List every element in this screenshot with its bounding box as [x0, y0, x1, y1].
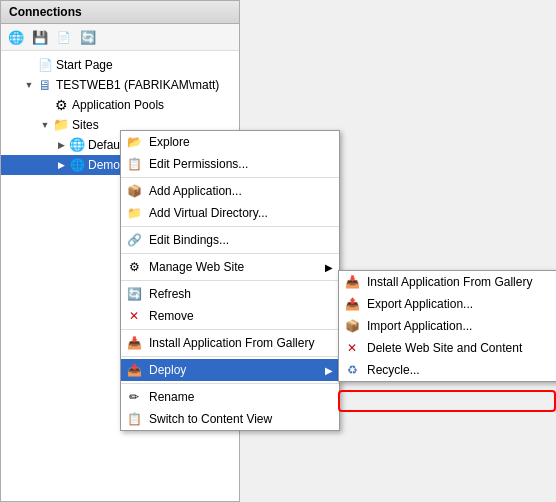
- add-application-label: Add Application...: [149, 184, 242, 198]
- start-page-icon: 📄: [37, 57, 53, 73]
- menu-item-refresh[interactable]: 🔄 Refresh: [121, 283, 339, 305]
- separator-3: [121, 253, 339, 254]
- connections-header: Connections: [1, 1, 239, 24]
- server-expand-icon: ▼: [21, 77, 37, 93]
- menu-item-explore[interactable]: 📂 Explore: [121, 131, 339, 153]
- connections-title: Connections: [9, 5, 82, 19]
- connections-toolbar: 🌐 💾 📄 🔄: [1, 24, 239, 51]
- sub-install-gallery-icon: 📥: [343, 273, 361, 291]
- menu-item-manage-web-site[interactable]: ⚙ Manage Web Site ▶: [121, 256, 339, 278]
- edit-bindings-label: Edit Bindings...: [149, 233, 229, 247]
- deploy-submenu: 📥 Install Application From Gallery 📤 Exp…: [338, 270, 556, 382]
- manage-icon: ⚙: [125, 258, 143, 276]
- submenu-item-install-gallery[interactable]: 📥 Install Application From Gallery: [339, 271, 556, 293]
- manage-web-site-label: Manage Web Site: [149, 260, 244, 274]
- separator-2: [121, 226, 339, 227]
- submenu-item-delete-website[interactable]: ✕ Delete Web Site and Content: [339, 337, 556, 359]
- app-pools-icon: ⚙: [53, 97, 69, 113]
- menu-item-edit-permissions[interactable]: 📋 Edit Permissions...: [121, 153, 339, 175]
- context-menu: 📂 Explore 📋 Edit Permissions... 📦 Add Ap…: [120, 130, 340, 431]
- import-app-label: Import Application...: [367, 319, 472, 333]
- import-app-highlight: [338, 390, 556, 412]
- menu-item-install-gallery[interactable]: 📥 Install Application From Gallery: [121, 332, 339, 354]
- import-app-icon: 📦: [343, 317, 361, 335]
- switch-content-icon: 📋: [125, 410, 143, 428]
- server-label: TESTWEB1 (FABRIKAM\matt): [56, 76, 219, 94]
- sites-icon: 📁: [53, 117, 69, 133]
- sub-install-gallery-label: Install Application From Gallery: [367, 275, 532, 289]
- recycle-icon: ♻: [343, 361, 361, 379]
- refresh-label: Refresh: [149, 287, 191, 301]
- default-site-expand-icon: ▶: [53, 137, 69, 153]
- tree-item-server[interactable]: ▼ 🖥 TESTWEB1 (FABRIKAM\matt): [1, 75, 239, 95]
- rename-icon: ✏: [125, 388, 143, 406]
- demo-site-expand-icon: ▶: [53, 157, 69, 173]
- toolbar-nav-button[interactable]: 📄: [53, 26, 75, 48]
- separator-1: [121, 177, 339, 178]
- refresh-icon: 🔄: [125, 285, 143, 303]
- deploy-arrow-icon: ▶: [325, 365, 333, 376]
- app-pools-expand-icon: [37, 97, 53, 113]
- menu-item-remove[interactable]: ✕ Remove: [121, 305, 339, 327]
- submenu-item-import-app[interactable]: 📦 Import Application...: [339, 315, 556, 337]
- app-pools-label: Application Pools: [72, 96, 164, 114]
- install-gallery-label: Install Application From Gallery: [149, 336, 314, 350]
- manage-arrow-icon: ▶: [325, 262, 333, 273]
- tree-item-app-pools[interactable]: ⚙ Application Pools: [1, 95, 239, 115]
- separator-7: [121, 383, 339, 384]
- submenu-item-recycle[interactable]: ♻ Recycle...: [339, 359, 556, 381]
- edit-bindings-icon: 🔗: [125, 231, 143, 249]
- toolbar-save-button[interactable]: 💾: [29, 26, 51, 48]
- add-virtual-directory-label: Add Virtual Directory...: [149, 206, 268, 220]
- explore-label: Explore: [149, 135, 190, 149]
- start-page-label: Start Page: [56, 56, 113, 74]
- expand-icon: [21, 57, 37, 73]
- sites-expand-icon: ▼: [37, 117, 53, 133]
- separator-5: [121, 329, 339, 330]
- menu-item-deploy[interactable]: 📤 Deploy ▶: [121, 359, 339, 381]
- menu-item-add-application[interactable]: 📦 Add Application...: [121, 180, 339, 202]
- menu-item-add-virtual-directory[interactable]: 📁 Add Virtual Directory...: [121, 202, 339, 224]
- demo-site-icon: 🌐: [69, 157, 85, 173]
- server-icon: 🖥: [37, 77, 53, 93]
- remove-label: Remove: [149, 309, 194, 323]
- export-app-icon: 📤: [343, 295, 361, 313]
- edit-permissions-icon: 📋: [125, 155, 143, 173]
- add-application-icon: 📦: [125, 182, 143, 200]
- switch-content-label: Switch to Content View: [149, 412, 272, 426]
- submenu-item-export-app[interactable]: 📤 Export Application...: [339, 293, 556, 315]
- deploy-label: Deploy: [149, 363, 186, 377]
- delete-website-label: Delete Web Site and Content: [367, 341, 522, 355]
- separator-4: [121, 280, 339, 281]
- recycle-label: Recycle...: [367, 363, 420, 377]
- tree-item-start-page[interactable]: 📄 Start Page: [1, 55, 239, 75]
- explore-icon: 📂: [125, 133, 143, 151]
- sites-label: Sites: [72, 116, 99, 134]
- default-site-icon: 🌐: [69, 137, 85, 153]
- deploy-icon: 📤: [125, 361, 143, 379]
- export-app-label: Export Application...: [367, 297, 473, 311]
- menu-item-switch-content[interactable]: 📋 Switch to Content View: [121, 408, 339, 430]
- edit-permissions-label: Edit Permissions...: [149, 157, 248, 171]
- add-virtual-dir-icon: 📁: [125, 204, 143, 222]
- separator-6: [121, 356, 339, 357]
- rename-label: Rename: [149, 390, 194, 404]
- remove-icon: ✕: [125, 307, 143, 325]
- delete-website-icon: ✕: [343, 339, 361, 357]
- install-gallery-icon: 📥: [125, 334, 143, 352]
- menu-item-edit-bindings[interactable]: 🔗 Edit Bindings...: [121, 229, 339, 251]
- menu-item-rename[interactable]: ✏ Rename: [121, 386, 339, 408]
- toolbar-back-button[interactable]: 🌐: [5, 26, 27, 48]
- toolbar-refresh-button[interactable]: 🔄: [77, 26, 99, 48]
